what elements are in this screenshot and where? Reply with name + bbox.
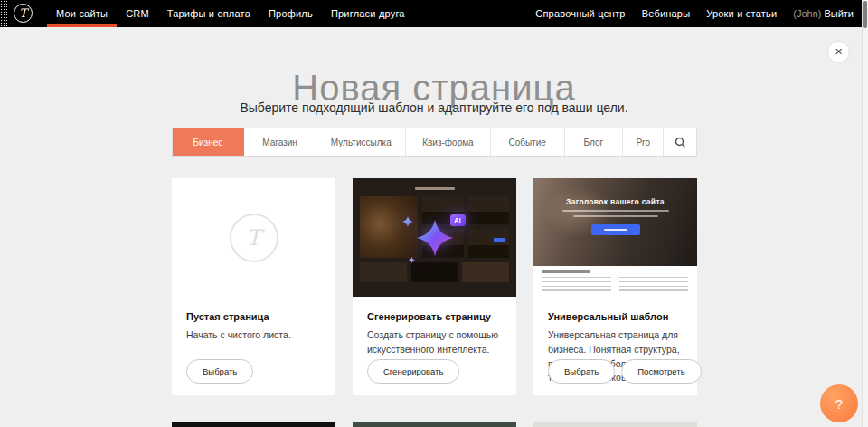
help-button[interactable]: ? — [820, 384, 858, 422]
tab-pro[interactable]: Pro — [623, 128, 664, 156]
template-card-partial[interactable] — [533, 422, 697, 427]
card-description: Начать с чистого листа. — [186, 328, 321, 343]
choose-button[interactable]: Выбрать — [186, 359, 253, 384]
tilda-logo-letter: T — [19, 7, 27, 19]
tab-multilink[interactable]: Мультиссылка — [316, 128, 406, 156]
card-actions: Выбрать Посмотреть — [548, 359, 702, 384]
preview-hero-section: Заголовок вашего сайта — [533, 178, 697, 266]
nav-item-my-sites[interactable]: Мои сайты — [47, 0, 117, 27]
tilda-logo[interactable]: T — [14, 4, 33, 23]
card-actions: Сгенерировать — [367, 359, 459, 384]
tilda-watermark-letter: T — [246, 225, 260, 251]
preview-button[interactable]: Посмотреть — [621, 359, 701, 384]
preview-paragraph-heading — [542, 270, 590, 273]
template-category-tabs: Бизнес Магазин Мультиссылка Квиз-форма С… — [172, 128, 697, 157]
ai-sparkle-icon: AI — [417, 220, 453, 256]
sparkle-small-icon — [402, 216, 413, 227]
nav-item-crm[interactable]: CRM — [117, 0, 158, 27]
vertical-scrollbar — [862, 0, 868, 427]
nav-item-lessons[interactable]: Уроки и статьи — [698, 8, 785, 19]
tab-shop[interactable]: Магазин — [244, 128, 317, 156]
template-card-universal: Заголовок вашего сайта Универсальный шаб… — [533, 178, 697, 395]
page-subtitle: Выберите подходящий шаблон и адаптируйте… — [0, 100, 868, 115]
watermark: T — [172, 178, 335, 297]
nav-item-invite[interactable]: Пригласи друга — [322, 0, 414, 27]
card-actions: Выбрать — [186, 359, 253, 384]
ai-template-preview: AI — [353, 178, 516, 297]
tab-quiz-form[interactable]: Квиз-форма — [406, 128, 491, 156]
preview-site-heading: Заголовок вашего сайта — [566, 197, 665, 206]
top-navbar: T Мои сайты CRM Тарифы и оплата Профиль … — [0, 0, 868, 27]
nav-item-pricing[interactable]: Тарифы и оплата — [158, 0, 259, 27]
preview-cta-button — [591, 224, 640, 235]
card-title: Сгенерировать страницу — [367, 311, 502, 322]
tab-event[interactable]: Событие — [491, 128, 565, 156]
ai-badge: AI — [450, 214, 466, 226]
navbar-left-menu: Мои сайты CRM Тарифы и оплата Профиль Пр… — [47, 0, 414, 27]
preview-text-section — [533, 266, 697, 297]
preview-text-column — [542, 277, 611, 292]
choose-button[interactable]: Выбрать — [548, 359, 615, 384]
nav-item-help-center[interactable]: Справочный центр — [527, 8, 633, 19]
template-card-partial[interactable] — [353, 422, 516, 427]
template-card-ai-generate: AI Сгенерировать страницу Создать страни… — [353, 178, 516, 395]
preview-paragraph-columns — [542, 277, 688, 292]
universal-template-preview: Заголовок вашего сайта — [533, 178, 697, 297]
blank-page-preview: T — [172, 178, 335, 297]
template-card-partial[interactable] — [172, 422, 335, 427]
nav-item-webinars[interactable]: Вебинары — [634, 8, 699, 19]
template-card-blank: T Пустая страница Начать с чистого листа… — [172, 178, 335, 395]
watermark-circle: T — [230, 214, 278, 262]
preview-text-line — [562, 210, 669, 212]
template-grid-row-2 — [172, 422, 697, 427]
template-grid: T Пустая страница Начать с чистого листа… — [172, 178, 697, 395]
preview-text-line — [573, 215, 658, 217]
current-user-label[interactable]: (John) — [785, 8, 821, 19]
close-icon: ✕ — [835, 46, 843, 58]
search-icon — [675, 137, 686, 148]
logout-link[interactable]: Выйти — [821, 8, 854, 19]
card-title: Пустая страница — [186, 311, 321, 322]
sparkle-star-icon — [417, 220, 453, 256]
nav-item-profile[interactable]: Профиль — [259, 0, 322, 27]
tab-search[interactable] — [664, 128, 696, 156]
card-description: Создать страницу с помощью искусственног… — [367, 328, 502, 357]
navbar-right-menu: Справочный центр Вебинары Уроки и статьи… — [527, 0, 868, 27]
ai-sparkle-overlay: AI — [353, 178, 516, 297]
close-button[interactable]: ✕ — [827, 41, 850, 63]
generate-button[interactable]: Сгенерировать — [367, 359, 459, 384]
card-title: Универсальный шаблон — [548, 311, 683, 322]
tab-business[interactable]: Бизнес — [173, 128, 244, 156]
card-body: Сгенерировать страницу Создать страницу … — [353, 297, 516, 357]
preview-text-column — [619, 277, 688, 292]
card-body: Пустая страница Начать с чистого листа. — [172, 297, 335, 343]
scrollbar-thumb[interactable] — [863, 1, 867, 28]
tab-blog[interactable]: Блог — [565, 128, 624, 156]
sparkle-tiny-icon — [409, 257, 415, 263]
question-mark-icon: ? — [835, 396, 843, 412]
texture-decoration — [0, 0, 8, 27]
